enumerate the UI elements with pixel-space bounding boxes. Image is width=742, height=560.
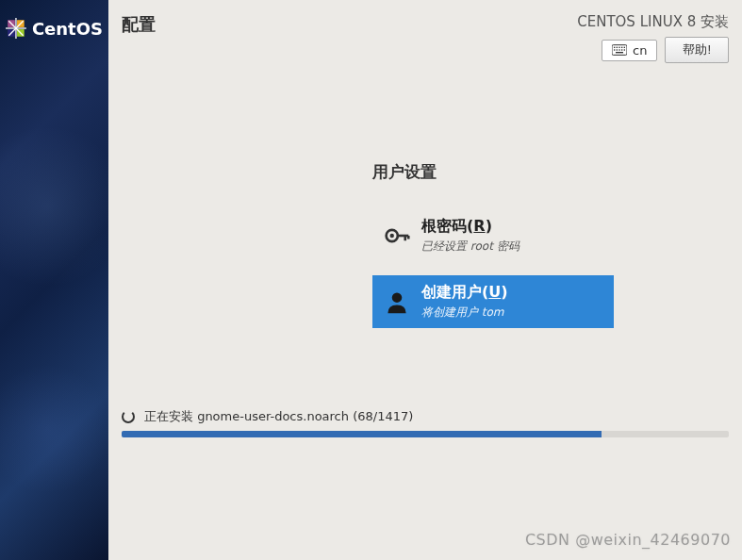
progress-fill: [122, 431, 602, 437]
watermark: CSDN @weixin_42469070: [525, 531, 731, 549]
svg-rect-9: [614, 47, 615, 48]
toolbar: cn 帮助!: [577, 37, 729, 63]
svg-rect-12: [621, 47, 622, 48]
sidebar: CentOS: [0, 0, 108, 560]
svg-point-21: [390, 234, 394, 238]
user-settings-title: 用户设置: [372, 161, 742, 183]
language-code: cn: [633, 43, 647, 58]
centos-logo-icon: [6, 17, 26, 40]
svg-rect-13: [624, 47, 625, 48]
create-user-spoke[interactable]: 创建用户(U) 将创建用户 tom: [372, 275, 614, 328]
brand-name: CentOS: [32, 19, 103, 39]
root-password-spoke[interactable]: 根密码(R) 已经设置 root 密码: [372, 209, 614, 262]
help-button[interactable]: 帮助!: [665, 37, 729, 63]
main-area: 配置 CENTOS LINUX 8 安装: [108, 0, 742, 560]
svg-rect-19: [616, 52, 623, 53]
page-title: 配置: [122, 13, 156, 36]
product-label: CENTOS LINUX 8 安装: [577, 13, 729, 31]
create-user-status: 将创建用户 tom: [421, 305, 508, 321]
svg-rect-14: [614, 49, 615, 50]
user-icon: [384, 288, 410, 315]
create-user-title: 创建用户(U): [421, 283, 508, 303]
svg-rect-15: [617, 49, 618, 50]
svg-rect-10: [617, 47, 618, 48]
header: 配置 CENTOS LINUX 8 安装: [108, 0, 742, 67]
keyboard-layout-indicator[interactable]: cn: [602, 40, 657, 61]
key-icon: [384, 222, 410, 249]
svg-rect-18: [624, 49, 625, 50]
svg-rect-17: [621, 49, 622, 50]
svg-rect-11: [618, 47, 619, 48]
keyboard-icon: [612, 44, 627, 56]
spokes-list: 根密码(R) 已经设置 root 密码 创建用户(U) 将创建用户 tom: [372, 209, 742, 328]
svg-rect-16: [618, 49, 619, 50]
root-password-title: 根密码(R): [421, 217, 519, 237]
progress-label-row: 正在安装 gnome-user-docs.noarch (68/1417): [122, 408, 729, 425]
header-right: CENTOS LINUX 8 安装: [577, 13, 729, 63]
root-password-status: 已经设置 root 密码: [421, 239, 519, 255]
content: 用户设置 根密码(R) 已经设置 root 密码: [108, 67, 742, 408]
spinner-icon: [122, 410, 135, 423]
progress-bar: [122, 431, 729, 437]
progress-text: 正在安装 gnome-user-docs.noarch (68/1417): [144, 408, 413, 425]
brand-logo: CentOS: [0, 0, 108, 57]
svg-point-25: [392, 292, 403, 303]
